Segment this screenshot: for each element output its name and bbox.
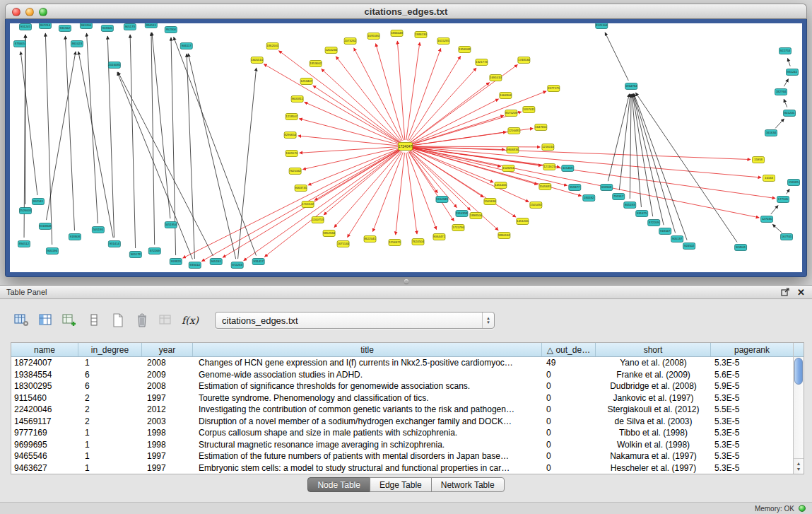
svg-text:8575209: 8575209 bbox=[505, 111, 517, 115]
table-panel-header: Table Panel ✕ bbox=[0, 286, 812, 299]
svg-text:15958: 15958 bbox=[754, 158, 763, 161]
svg-text:805193: 805193 bbox=[625, 203, 635, 206]
svg-text:1866048: 1866048 bbox=[391, 31, 403, 35]
table-cell: 5.3E-5 bbox=[711, 416, 793, 428]
column-header-in-degree[interactable]: in_degree bbox=[78, 343, 142, 356]
svg-text:952141: 952141 bbox=[33, 199, 44, 203]
column-header-title[interactable]: title bbox=[193, 343, 542, 356]
table-cell: 2009 bbox=[142, 369, 193, 381]
svg-text:1605570: 1605570 bbox=[286, 151, 298, 155]
table-row[interactable]: 1872400712008Changes of HCN gene express… bbox=[11, 357, 793, 369]
function-builder-icon[interactable]: f(x) bbox=[180, 310, 201, 330]
table-cell: 5.3E-5 bbox=[711, 439, 793, 451]
show-columns-icon[interactable] bbox=[35, 310, 57, 330]
svg-text:1253407: 1253407 bbox=[300, 79, 312, 83]
table-cell: 22420046 bbox=[11, 404, 78, 416]
table-row[interactable]: 969969511998Structural magnetic resonanc… bbox=[11, 439, 793, 451]
traffic-lights bbox=[12, 8, 47, 16]
status-bar: Memory: OK bbox=[0, 502, 812, 514]
column-header-out-degree[interactable]: △ out_de… bbox=[542, 343, 596, 356]
table-row[interactable]: 1938455462009Genome-wide association stu… bbox=[11, 369, 793, 381]
svg-text:931414: 931414 bbox=[110, 242, 120, 245]
table-cell: Embryonic stem cells: a model to study s… bbox=[193, 462, 542, 474]
tab-node-table[interactable]: Node Table bbox=[307, 477, 370, 492]
table-cell: Stergiakouli et al. (2012) bbox=[596, 404, 711, 416]
scrollbar-track[interactable] bbox=[794, 357, 804, 458]
memory-status-label: Memory: OK bbox=[755, 505, 794, 513]
table-row[interactable]: 1830029562008Estimation of significance … bbox=[11, 380, 793, 392]
delete-table-icon[interactable] bbox=[131, 310, 153, 330]
column-header-name[interactable]: name bbox=[11, 343, 78, 356]
svg-text:9852584: 9852584 bbox=[323, 231, 335, 235]
tab-network-table[interactable]: Network Table bbox=[431, 477, 505, 492]
svg-text:905196: 905196 bbox=[47, 249, 58, 252]
float-panel-icon[interactable] bbox=[780, 288, 789, 297]
table-cell: 5.3E-5 bbox=[711, 392, 793, 404]
table-cell: 0 bbox=[542, 450, 596, 462]
svg-text:1202240: 1202240 bbox=[325, 48, 337, 52]
svg-text:9890162: 9890162 bbox=[498, 233, 510, 237]
table-source-value: citations_edges.txt bbox=[222, 315, 298, 326]
svg-text:894512: 894512 bbox=[19, 242, 30, 245]
svg-text:1254471: 1254471 bbox=[389, 240, 401, 244]
window-minimize-button[interactable] bbox=[25, 8, 34, 16]
merge-table-icon[interactable] bbox=[155, 310, 177, 330]
table-cell: 1 bbox=[78, 427, 142, 439]
node-table: name in_degree year title △ out_de… shor… bbox=[11, 342, 804, 474]
svg-text:939414: 939414 bbox=[190, 263, 201, 267]
tab-edge-table[interactable]: Edge Table bbox=[370, 477, 432, 492]
table-row[interactable]: 2242004622012Investigating the contribut… bbox=[11, 404, 793, 416]
svg-text:1216481: 1216481 bbox=[508, 129, 520, 132]
svg-text:167705: 167705 bbox=[782, 235, 792, 238]
svg-text:1505492: 1505492 bbox=[530, 203, 542, 206]
svg-text:1549261: 1549261 bbox=[502, 166, 514, 170]
svg-text:180592: 180592 bbox=[584, 196, 594, 199]
import-table-icon[interactable] bbox=[59, 310, 81, 330]
table-row[interactable]: 946362711997Embryonic stem cells: a mode… bbox=[11, 462, 793, 474]
scrollbar-arrows-icon[interactable]: ▲▼ bbox=[794, 458, 804, 474]
svg-text:872233: 872233 bbox=[233, 263, 243, 267]
svg-text:841205: 841205 bbox=[784, 111, 795, 115]
table-scrollbar[interactable]: ▲▼ bbox=[793, 343, 804, 474]
window-zoom-button[interactable] bbox=[39, 8, 47, 16]
window-title: citations_edges.txt bbox=[6, 6, 806, 17]
svg-text:693908: 693908 bbox=[601, 185, 612, 189]
column-header-year[interactable]: year bbox=[142, 343, 193, 356]
table-row[interactable]: 946554611997Estimation of the future num… bbox=[11, 450, 793, 462]
network-canvas[interactable]: 1724047185300212534079605811121850782906… bbox=[10, 23, 802, 272]
table-row[interactable]: 1456911722003Disruption of a novel membe… bbox=[11, 416, 793, 428]
row-height-icon[interactable] bbox=[83, 310, 105, 330]
svg-text:861023: 861023 bbox=[72, 42, 83, 45]
table-cell: 2 bbox=[78, 404, 142, 416]
table-cell: 2003 bbox=[142, 416, 193, 428]
table-cell: Franke et al. (2009) bbox=[596, 369, 711, 381]
table-cell: Nakamura et al. (1997) bbox=[596, 450, 711, 462]
table-cell: 0 bbox=[542, 369, 596, 381]
split-divider[interactable] bbox=[0, 277, 812, 285]
svg-text:922753: 922753 bbox=[780, 49, 791, 52]
table-cell: 6 bbox=[78, 369, 142, 381]
table-row[interactable]: 977716911998Corpus callosum shape and si… bbox=[11, 427, 793, 439]
svg-text:1321774: 1321774 bbox=[476, 60, 488, 64]
scrollbar-thumb[interactable] bbox=[794, 358, 803, 385]
svg-text:924501: 924501 bbox=[736, 245, 746, 249]
svg-text:8125104: 8125104 bbox=[596, 23, 608, 27]
table-options-icon[interactable] bbox=[11, 310, 33, 330]
table-cell: 1997 bbox=[142, 450, 193, 462]
scrollbar-corner bbox=[794, 343, 804, 357]
svg-text:7625342: 7625342 bbox=[289, 169, 301, 173]
window-close-button[interactable] bbox=[12, 8, 20, 16]
svg-text:159585: 159585 bbox=[789, 180, 799, 184]
column-header-pagerank[interactable]: pagerank bbox=[711, 343, 793, 356]
panel-title: Table Panel bbox=[6, 288, 47, 296]
column-header-short[interactable]: short bbox=[596, 343, 711, 356]
svg-text:16163: 16163 bbox=[765, 176, 774, 180]
svg-text:115469: 115469 bbox=[563, 166, 573, 170]
dropdown-stepper-icon: ▲▼ bbox=[482, 313, 494, 328]
table-source-dropdown[interactable]: citations_edges.txt ▲▼ bbox=[215, 312, 495, 329]
new-table-icon[interactable] bbox=[107, 310, 129, 330]
table-row[interactable]: 911546021997Tourette syndrome. Phenomeno… bbox=[11, 392, 793, 404]
table-cell: 14569117 bbox=[11, 416, 78, 428]
table-cell: 5.3E-5 bbox=[711, 357, 793, 369]
close-panel-icon[interactable]: ✕ bbox=[796, 288, 806, 297]
